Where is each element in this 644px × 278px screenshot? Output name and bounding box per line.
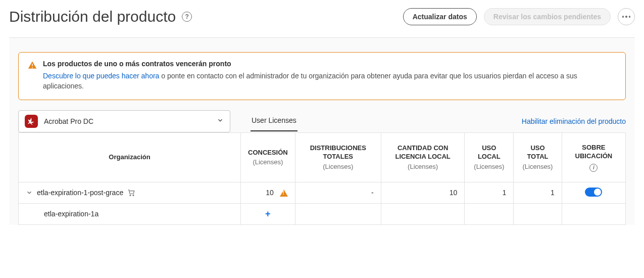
cell-local-licensed [381, 203, 465, 224]
acrobat-icon [25, 115, 38, 128]
col-over-location: SOBRE UBICACIÓN i [562, 132, 625, 182]
tab-user-licenses[interactable]: User Licenses [251, 111, 298, 131]
expiry-warning-banner: Los productos de uno o más contratos ven… [18, 52, 626, 100]
cell-local-use [465, 203, 514, 224]
cell-total-use: 1 [514, 182, 562, 203]
warning-icon [280, 190, 288, 197]
more-icon [622, 16, 631, 18]
warning-icon [28, 61, 37, 91]
more-menu-button[interactable] [618, 8, 635, 25]
product-picker[interactable]: Acrobat Pro DC [18, 110, 230, 132]
info-icon[interactable]: i [589, 164, 598, 172]
banner-link[interactable]: Descubre lo que puedes hacer ahora [43, 72, 159, 80]
table-row: etla-expiration-1a + [19, 203, 626, 224]
row-expander[interactable] [26, 189, 33, 196]
help-icon[interactable]: ? [182, 12, 192, 22]
col-grant: CONCESIÓN (Licenses) [241, 132, 295, 182]
cell-total-use [514, 203, 562, 224]
banner-title: Los productos de uno o más contratos ven… [43, 60, 616, 68]
cell-local-use: 1 [465, 182, 514, 203]
refresh-button[interactable]: Actualizar datos [403, 8, 477, 25]
add-grant-button[interactable]: + [265, 209, 271, 219]
table-row: etla-expiration-1-post-grace 10 - 10 1 1 [19, 182, 626, 203]
col-dist-total: DISTRIBUCIONES TOTALES (Licenses) [295, 132, 381, 182]
cell-dist-total: - [295, 182, 381, 203]
col-total-use: USO TOTAL (Licenses) [514, 132, 562, 182]
col-org: Organización [19, 132, 241, 182]
cell-dist-total [295, 203, 381, 224]
over-location-toggle[interactable] [585, 188, 602, 197]
page-title: Distribución del producto [9, 8, 176, 25]
cell-toggle [562, 182, 625, 203]
cart-icon[interactable] [127, 189, 135, 197]
toolbar: Acrobat Pro DC User Licenses Habilitar e… [18, 110, 626, 132]
review-pending-button: Revisar los cambios pendientes [484, 8, 611, 25]
product-name: Acrobat Pro DC [44, 117, 93, 125]
org-name: etla-expiration-1-post-grace [37, 189, 123, 197]
org-name: etla-expiration-1a [44, 210, 98, 218]
enable-product-removal-link[interactable]: Habilitar eliminación del producto [522, 117, 626, 125]
cell-toggle [562, 203, 625, 224]
svg-point-1 [133, 195, 134, 196]
cell-grant: 10 [241, 182, 295, 203]
chevron-down-icon [217, 117, 224, 125]
page-header: Distribución del producto ? Actualizar d… [9, 0, 635, 38]
cell-grant: + [241, 203, 295, 224]
tabs: User Licenses [251, 111, 298, 131]
col-local-licensed: CANTIDAD CON LICENCIA LOCAL (Licenses) [381, 132, 465, 182]
cell-local-licensed: 10 [381, 182, 465, 203]
distribution-table: Organización CONCESIÓN (Licenses) DISTRI… [18, 132, 626, 225]
col-local-use: USO LOCAL (Licenses) [465, 132, 514, 182]
banner-body: Descubre lo que puedes hacer ahora o pon… [43, 71, 616, 91]
svg-point-0 [130, 195, 131, 196]
